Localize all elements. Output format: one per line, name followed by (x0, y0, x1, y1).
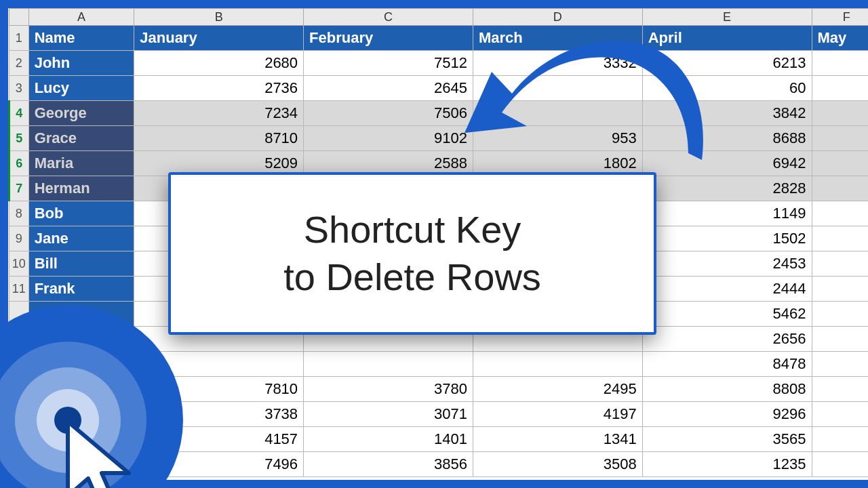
data-cell[interactable] (812, 201, 868, 226)
data-cell[interactable]: 8808 (642, 377, 812, 402)
data-cell[interactable]: 1341 (473, 427, 642, 452)
row-number[interactable]: 1 (9, 26, 29, 51)
data-cell[interactable]: 3508 (473, 452, 642, 477)
data-cell[interactable] (812, 302, 868, 327)
header-cell[interactable]: March (473, 26, 642, 51)
data-cell[interactable]: 1401 (304, 427, 473, 452)
row-number[interactable]: 6 (9, 151, 29, 176)
row-number[interactable]: 7 (9, 176, 29, 201)
column-header[interactable]: F (812, 9, 868, 26)
data-cell[interactable] (812, 452, 868, 477)
data-cell[interactable]: 7506 (304, 101, 473, 126)
data-cell[interactable]: 2453 (642, 251, 812, 277)
data-cell[interactable] (812, 101, 868, 126)
data-cell[interactable]: 5462 (642, 302, 812, 327)
data-cell[interactable] (812, 51, 868, 76)
data-cell[interactable]: 60 (642, 76, 812, 101)
name-cell[interactable]: George (28, 101, 134, 126)
data-cell[interactable]: 6942 (642, 151, 812, 176)
data-cell[interactable] (812, 76, 868, 101)
name-cell[interactable]: Maria (28, 151, 134, 176)
data-cell[interactable] (473, 352, 642, 377)
data-cell[interactable] (812, 151, 868, 176)
row-number[interactable]: 9 (9, 226, 29, 251)
data-cell[interactable] (304, 352, 473, 377)
header-cell[interactable]: January (134, 26, 304, 51)
data-cell[interactable]: 1502 (642, 226, 812, 251)
data-cell[interactable]: 2645 (304, 76, 473, 101)
data-cell[interactable]: 7234 (134, 101, 304, 126)
row-number[interactable]: 10 (9, 251, 29, 277)
data-cell[interactable]: 2736 (134, 76, 304, 101)
data-cell[interactable] (812, 402, 868, 427)
data-cell[interactable]: 1235 (642, 452, 812, 477)
data-cell[interactable] (812, 427, 868, 452)
data-cell[interactable]: 2495 (473, 377, 642, 402)
row-number[interactable]: 8 (9, 201, 29, 226)
data-cell[interactable] (473, 76, 642, 101)
row-number[interactable]: 11 (9, 277, 29, 302)
data-cell[interactable] (473, 101, 642, 126)
column-header[interactable]: A (28, 9, 134, 26)
data-cell[interactable] (812, 327, 868, 352)
name-cell[interactable]: Frank (28, 277, 134, 302)
name-cell[interactable]: Herman (28, 176, 134, 201)
header-cell[interactable]: April (642, 26, 812, 51)
row-number[interactable]: 3 (9, 76, 29, 101)
data-cell[interactable]: 3856 (304, 452, 473, 477)
data-cell[interactable]: 2680 (134, 51, 304, 76)
data-cell[interactable]: 3071 (304, 402, 473, 427)
data-cell[interactable] (812, 226, 868, 251)
name-cell[interactable]: Jane (28, 226, 134, 251)
header-cell[interactable]: Name (28, 26, 134, 51)
data-cell[interactable] (812, 176, 868, 201)
data-cell[interactable] (812, 126, 868, 151)
row-number[interactable]: 4 (9, 101, 29, 126)
table-row[interactable]: 3Lucy2736264560 (9, 76, 869, 101)
name-cell[interactable]: John (28, 51, 134, 76)
data-cell[interactable]: 8688 (642, 126, 812, 151)
column-header[interactable]: C (304, 9, 473, 26)
data-cell[interactable]: 4197 (473, 402, 642, 427)
data-cell[interactable] (812, 377, 868, 402)
data-cell[interactable]: 9102 (304, 126, 473, 151)
data-cell[interactable] (812, 277, 868, 302)
data-cell[interactable]: 2828 (642, 176, 812, 201)
column-header[interactable]: E (642, 9, 812, 26)
data-cell[interactable]: 1149 (642, 201, 812, 226)
name-cell[interactable]: Bill (28, 251, 134, 277)
column-header[interactable]: B (134, 9, 304, 26)
data-cell[interactable]: 3842 (642, 101, 812, 126)
header-cell[interactable]: May (812, 26, 868, 51)
callout-line1: Shortcut Key (304, 208, 521, 251)
data-cell[interactable] (812, 251, 868, 277)
callout-line2: to Delete Rows (283, 256, 541, 298)
data-cell[interactable]: 3332 (473, 51, 642, 76)
data-cell[interactable]: 2656 (642, 327, 812, 352)
data-cell[interactable]: 3780 (304, 377, 473, 402)
table-row[interactable]: 5Grace871091029538688 (9, 126, 869, 151)
table-row[interactable]: 2John2680751233326213 (9, 51, 869, 76)
table-row[interactable]: 4George723475063842 (9, 101, 869, 126)
select-all-corner[interactable] (9, 9, 29, 26)
column-header-row[interactable]: ABCDEF (9, 9, 869, 26)
name-cell[interactable]: Lucy (28, 76, 134, 101)
name-cell[interactable]: Bob (28, 201, 134, 226)
title-callout: Shortcut Key to Delete Rows (168, 172, 656, 335)
data-cell[interactable]: 8478 (642, 352, 812, 377)
cursor-icon (61, 415, 142, 488)
data-cell[interactable]: 6213 (642, 51, 812, 76)
data-cell[interactable]: 3565 (642, 427, 812, 452)
row-number[interactable]: 5 (9, 126, 29, 151)
header-cell[interactable]: February (304, 26, 473, 51)
data-cell[interactable] (812, 352, 868, 377)
data-cell[interactable]: 2444 (642, 277, 812, 302)
data-cell[interactable]: 7512 (304, 51, 473, 76)
data-cell[interactable]: 953 (473, 126, 642, 151)
table-header-row[interactable]: 1NameJanuaryFebruaryMarchAprilMay (9, 26, 869, 51)
data-cell[interactable]: 9296 (642, 402, 812, 427)
name-cell[interactable]: Grace (28, 126, 134, 151)
row-number[interactable]: 2 (9, 51, 29, 76)
data-cell[interactable]: 8710 (134, 126, 304, 151)
column-header[interactable]: D (473, 9, 642, 26)
